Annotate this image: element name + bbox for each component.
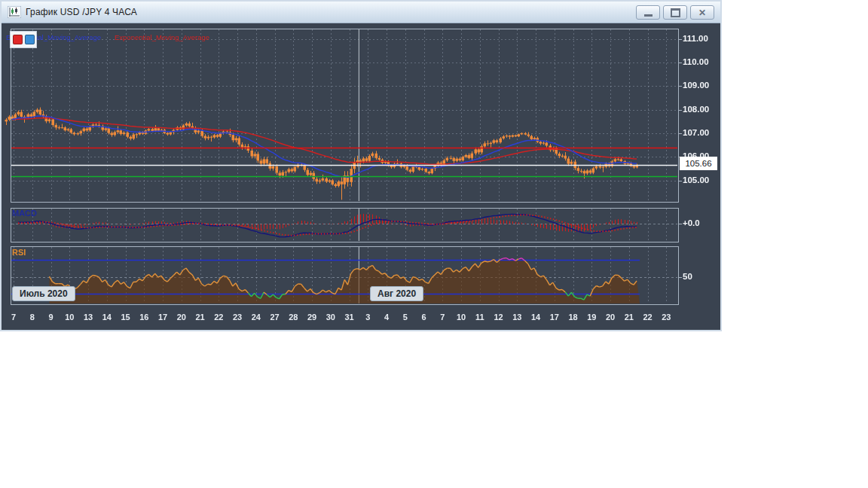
- time-axis-label: 24: [248, 313, 264, 322]
- close-icon: ✕: [698, 8, 706, 17]
- minimize-button[interactable]: [636, 5, 660, 20]
- candlestick-chart-icon: [8, 6, 21, 18]
- restore-icon: [671, 8, 680, 17]
- time-axis-label: 10: [61, 313, 78, 322]
- time-axis-label: 21: [192, 313, 209, 322]
- time-axis-label: 22: [210, 313, 227, 322]
- time-axis-label: 20: [173, 313, 190, 322]
- time-axis-label: 7: [5, 313, 22, 322]
- time-axis-label: 23: [658, 313, 674, 322]
- time-axis-label: 7: [434, 313, 451, 322]
- ema-blue-swatch[interactable]: [25, 35, 35, 44]
- time-axis-label: 19: [583, 313, 600, 322]
- time-axis-label: 13: [509, 313, 525, 322]
- time-axis-label: 17: [546, 313, 563, 322]
- time-axis-label: 14: [527, 313, 544, 322]
- time-axis-label: 10: [453, 313, 469, 322]
- month-label-august: Авг 2020: [370, 286, 423, 301]
- time-axis-label: 11: [472, 313, 488, 322]
- time-axis-label: 29: [304, 313, 320, 322]
- time-axis-label: 31: [341, 313, 358, 322]
- ema-slow-legend-label: Exponential_Moving_Average: [115, 33, 209, 41]
- price-axis-tick: 108.00: [683, 105, 717, 114]
- current-price-badge: 105.66: [680, 157, 717, 170]
- time-axis-label: 27: [267, 313, 283, 322]
- time-axis-label: 8: [24, 313, 41, 322]
- window-controls: ✕: [636, 5, 714, 20]
- price-axis-tick: 111.00: [683, 34, 717, 43]
- time-axis-label: 15: [118, 313, 134, 322]
- ema-legend-chip[interactable]: [10, 31, 37, 48]
- price-axis-tick: 107.00: [683, 128, 717, 137]
- time-axis-label: 6: [416, 313, 432, 322]
- month-label-july: Июль 2020: [12, 286, 75, 301]
- close-button[interactable]: ✕: [690, 5, 714, 20]
- price-axis-tick: 105.00: [683, 175, 717, 185]
- window-title: График USD /JPY 4 ЧАСА: [26, 7, 137, 17]
- rsi-axis-label: 50: [683, 272, 692, 281]
- minimize-icon: [644, 14, 653, 17]
- price-axis-tick: 110.00: [683, 57, 717, 66]
- time-axis-label: 23: [229, 313, 246, 322]
- time-axis-label: 3: [359, 313, 376, 322]
- time-axis-label: 28: [285, 313, 301, 322]
- macd-axis-label: +0.0: [683, 218, 700, 227]
- time-axis-label: 20: [602, 313, 619, 322]
- price-axis-tick: 109.00: [683, 81, 717, 90]
- time-axis-label: 4: [378, 313, 395, 322]
- time-axis-label: 5: [397, 313, 414, 322]
- time-axis-label: 14: [99, 313, 115, 322]
- screenshot-stage: График USD /JPY 4 ЧАСА ✕ Exponential_Mov…: [0, 0, 868, 488]
- time-axis-label: 22: [640, 313, 656, 322]
- time-axis-label: 9: [43, 313, 60, 322]
- time-axis-label: 21: [621, 313, 637, 322]
- window-titlebar[interactable]: График USD /JPY 4 ЧАСА ✕: [2, 2, 720, 23]
- chart-canvas[interactable]: [0, 0, 722, 331]
- rsi-panel-label: RSI: [12, 248, 26, 257]
- macd-panel-label: MACD: [12, 209, 37, 218]
- time-axis-label: 18: [565, 313, 582, 322]
- restore-button[interactable]: [663, 5, 687, 20]
- time-axis-label: 13: [80, 313, 96, 322]
- time-axis-label: 12: [491, 313, 507, 322]
- time-axis-label: 30: [322, 313, 339, 322]
- time-axis-label: 17: [154, 313, 171, 322]
- ema-red-swatch[interactable]: [13, 35, 23, 44]
- time-axis-label: 16: [136, 313, 152, 322]
